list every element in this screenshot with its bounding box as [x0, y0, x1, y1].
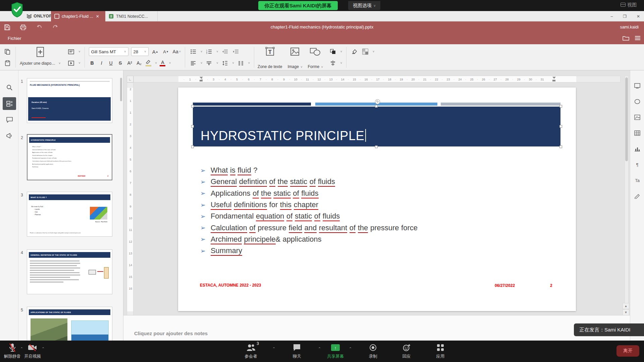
change-case-button[interactable]: Aa˅ — [173, 48, 181, 56]
decrease-font-button[interactable]: A▼ — [162, 48, 170, 56]
record-button[interactable]: 录制 — [358, 343, 388, 359]
shape-settings-icon[interactable] — [633, 98, 641, 106]
table-settings-icon[interactable] — [633, 129, 641, 137]
insert-shape-button[interactable]: Forme ˅ — [305, 44, 325, 70]
start-slideshow-button[interactable] — [67, 59, 75, 67]
clear-style-button[interactable] — [351, 48, 359, 56]
color-scheme-button[interactable] — [361, 48, 369, 56]
feedback-icon[interactable] — [3, 129, 16, 142]
resize-handle[interactable] — [559, 125, 562, 128]
font-size-select[interactable]: 28˅ — [131, 47, 149, 56]
search-icon[interactable] — [3, 81, 16, 94]
chevron-up-icon[interactable]: ⌃ — [42, 347, 45, 351]
resize-handle[interactable] — [191, 145, 194, 148]
chat-button[interactable]: 聊天 — [282, 343, 312, 359]
notes-placeholder[interactable]: Cliquez pour ajouter des notes — [134, 330, 208, 336]
minimize-button[interactable]: – — [610, 14, 613, 19]
decrease-indent-button[interactable] — [221, 48, 229, 56]
bold-button[interactable]: B — [89, 60, 96, 66]
share-screen-button[interactable]: ↑ 共享屏幕 — [320, 343, 351, 359]
resize-handle[interactable] — [559, 105, 562, 108]
editor-scrollbar[interactable] — [625, 76, 629, 310]
thumbnail-scrollbar[interactable] — [120, 78, 122, 101]
previous-slide-button[interactable]: ▲ — [623, 303, 629, 309]
bullets-button[interactable] — [189, 48, 197, 56]
italic-button[interactable]: I — [98, 60, 105, 66]
slide-thumbnail-2-selected[interactable]: HYDROSTATIC PRINCIPLE What is fluid ?Gen… — [27, 134, 112, 180]
hamburger-menu-icon[interactable] — [635, 36, 641, 42]
vertical-ruler[interactable]: 2112345678910111213141516 — [127, 82, 133, 341]
view-options-button[interactable]: 视图选项˅ — [348, 1, 380, 10]
align-shape-button[interactable] — [329, 59, 337, 67]
superscript-button[interactable]: A² — [126, 60, 133, 66]
menu-tab[interactable]: Fichier — [2, 33, 66, 44]
right-indent-marker[interactable] — [552, 77, 555, 82]
slide-canvas[interactable]: ↻ HYDROSTATIC PRINCIPLE ➢Whatisfluid? ➢G… — [178, 87, 576, 311]
close-tab-icon[interactable]: ✕ — [96, 14, 99, 19]
view-button[interactable]: 视图 — [621, 2, 637, 8]
increase-font-button[interactable]: A▲ — [151, 48, 159, 56]
vertical-align-button[interactable] — [205, 59, 213, 67]
numbering-button[interactable]: 123 — [205, 48, 213, 56]
next-slide-button[interactable]: ▼ — [623, 309, 629, 315]
horizontal-align-button[interactable] — [189, 59, 197, 67]
resize-handle[interactable] — [191, 125, 194, 128]
add-slide-label[interactable]: Ajouter une diapo… — [20, 61, 55, 66]
participants-button[interactable]: 3 参会者 — [236, 343, 266, 359]
resize-handle[interactable] — [375, 145, 378, 148]
chevron-down-icon[interactable]: ˅ — [59, 62, 60, 65]
text-art-settings-icon[interactable]: Ta — [633, 176, 641, 184]
indent-marker[interactable] — [200, 77, 203, 82]
horizontal-ruler[interactable]: 1234567891011121314151617181920212223242… — [133, 76, 621, 82]
resize-handle[interactable] — [191, 105, 194, 108]
highlight-color-button[interactable] — [145, 60, 152, 66]
start-video-button[interactable]: 开启视频 — [17, 343, 48, 359]
slide-thumbnails-icon[interactable] — [3, 97, 16, 110]
increase-indent-button[interactable] — [232, 48, 240, 56]
leave-meeting-button[interactable]: 离开 — [616, 345, 639, 357]
title-textbox-selected[interactable]: ↻ HYDROSTATIC PRINCIPLE — [193, 107, 560, 146]
document-tab-presentation[interactable]: chapter1-Fluid ... ✕ — [51, 11, 105, 21]
chevron-up-icon[interactable]: ⌃ — [272, 347, 275, 351]
apps-button[interactable]: 应用 — [425, 343, 455, 359]
record-icon — [369, 343, 377, 353]
comments-icon[interactable] — [3, 113, 16, 126]
resize-handle[interactable] — [375, 105, 378, 108]
slide-bullet-list[interactable]: ➢Whatisfluid? ➢Generaldefintionofthestat… — [200, 165, 418, 256]
insert-image-button[interactable]: Image ˅ — [285, 44, 305, 70]
signature-settings-icon[interactable] — [633, 192, 641, 200]
font-color-button[interactable]: A — [160, 60, 166, 66]
arrange-shape-button[interactable] — [329, 48, 337, 56]
slide-number: 5 — [21, 308, 23, 312]
slide-settings-icon[interactable] — [633, 82, 641, 90]
image-settings-icon[interactable] — [633, 113, 641, 121]
chart-settings-icon[interactable] — [633, 145, 641, 153]
subscript-button[interactable]: A₂ — [136, 60, 143, 66]
slide-thumbnail-5[interactable]: APPLICATIONS OF THE STATIC OF FLUIDS — [27, 307, 112, 341]
close-button[interactable]: ✕ — [637, 14, 640, 19]
insert-textbox-button[interactable]: T Zone de texte — [255, 44, 285, 70]
font-name-select[interactable]: Gill Sans MT˅ — [89, 47, 128, 56]
slide-thumbnail-1[interactable]: FLUID MECHANICS (HYDROSTATIC PRINCIPAL) … — [27, 78, 112, 123]
add-slide-button[interactable] — [36, 47, 45, 57]
change-layout-button[interactable] — [67, 48, 75, 56]
notes-area[interactable]: Cliquez pour ajouter des notes — [123, 315, 630, 341]
restore-button[interactable]: ❐ — [623, 14, 627, 19]
security-shield-icon[interactable] — [11, 2, 23, 17]
paragraph-settings-icon[interactable]: ¶ — [633, 161, 641, 169]
underline-button[interactable]: U — [108, 60, 114, 66]
slide-thumbnail-4[interactable]: GENERAL DEFINTION OF THE STATIC OF FLUID… — [27, 249, 112, 294]
rotate-handle[interactable]: ↻ — [375, 99, 380, 104]
document-tab-spreadsheet[interactable]: TN01 NotesCC... — [105, 11, 158, 21]
open-file-location-icon[interactable] — [623, 36, 629, 42]
reactions-button[interactable]: 回应 — [391, 343, 422, 359]
chevron-up-icon[interactable]: ⌃ — [349, 347, 352, 351]
strikethrough-button[interactable]: S — [117, 60, 124, 66]
line-spacing-button[interactable] — [221, 59, 229, 67]
tab-selector-box[interactable]: ∟ — [127, 76, 133, 82]
columns-button[interactable] — [237, 59, 245, 67]
paste-button[interactable] — [3, 59, 11, 67]
copy-button[interactable] — [3, 48, 11, 56]
resize-handle[interactable] — [559, 145, 562, 148]
slide-thumbnail-3[interactable]: WHAT IS FLUID ? We mean by fluid : - Liq… — [27, 192, 112, 237]
